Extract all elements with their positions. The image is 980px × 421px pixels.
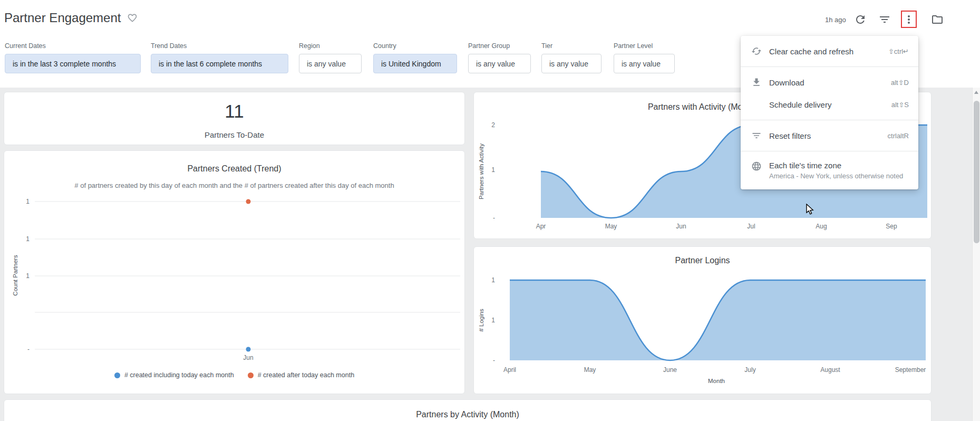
menu-item-label: Clear cache and refresh [769,47,853,56]
tile-partner-logins: Partner Logins 1 1 - # Logins April May … [473,246,932,394]
x-tick: June [663,366,677,374]
gridlines [35,202,460,349]
x-tick: July [744,366,755,374]
filters-toggle-icon[interactable] [878,13,891,26]
y-tick: 2 [491,121,495,129]
menu-divider [741,151,918,151]
y-tick: 1 [491,166,495,174]
partners-created-trend-chart: 1 1 1 - Count Partners Jun [4,151,464,394]
filter-country: Country is United Kingdom [373,42,457,73]
legend-swatch [114,372,120,378]
menu-item-label: Each tile's time zone [769,161,903,170]
data-point-created-including[interactable] [246,347,251,352]
legend-item-created-after[interactable]: # created after today each month [248,371,354,379]
x-tick: Sep [886,223,897,230]
tile-options-menu: Clear cache and refresh ⇧ctrl↵ Download … [741,36,918,189]
dashboard-header: Partner Engagement [4,11,138,25]
x-tick: Jun [243,354,253,361]
menu-item-shortcut: ⇧ctrl↵ [888,47,909,55]
x-tick: April [503,366,516,374]
filter-trend-dates: Trend Dates is in the last 6 complete mo… [151,42,288,73]
globe-icon [751,161,762,171]
x-tick: September [895,366,926,374]
menu-item-label: Schedule delivery [769,100,831,109]
sync-icon [751,46,762,56]
area-fill [510,280,926,360]
filter-chip-partner-group[interactable]: is any value [468,54,531,73]
partner-logins-chart: 1 1 - # Logins April May June July Augus… [474,247,931,394]
menu-item-download[interactable]: Download alt⇧D [741,71,918,93]
kpi-label: Partners To-Date [4,130,464,139]
menu-item-shortcut: ctrlaltR [888,132,909,140]
menu-item-shortcut: alt⇧S [891,101,909,109]
menu-item-shortcut: alt⇧D [891,79,909,87]
y-tick: 1 [491,276,495,284]
x-tick: May [605,223,617,230]
x-tick: Jun [676,223,686,230]
filter-chip-country[interactable]: is United Kingdom [373,54,457,73]
data-point-created-after[interactable] [246,199,251,204]
tile-partners-to-date: 11 Partners To-Date [4,92,465,145]
menu-item-label: Reset filters [769,131,811,140]
menu-item-timezone[interactable]: Each tile's time zone America - New York… [741,156,918,185]
y-tick: - [27,346,30,353]
filter-label: Partner Level [614,42,675,50]
filter-tier: Tier is any value [541,42,601,73]
filter-chip-current-dates[interactable]: is in the last 3 complete months [5,54,141,73]
legend-label: # created after today each month [258,371,354,379]
icon-placeholder [751,99,762,110]
filter-region: Region is any value [299,42,362,73]
x-tick: Apr [536,223,546,230]
page-title: Partner Engagement [4,11,121,25]
y-tick: - [493,214,495,222]
y-tick: 1 [26,235,30,243]
filter-chip-tier[interactable]: is any value [541,54,601,73]
favorite-heart-icon[interactable] [127,13,138,23]
x-axis-title: Month [708,378,725,384]
y-axis-title: Count Partners [12,255,18,296]
menu-item-schedule-delivery[interactable]: Schedule delivery alt⇧S [741,93,918,116]
menu-item-label: Download [769,78,804,87]
vertical-scrollbar [972,88,980,421]
y-tick: 1 [26,198,30,205]
filter-chip-partner-level[interactable]: is any value [614,54,675,73]
legend-item-created-including[interactable]: # created including today each month [114,371,234,379]
y-axis-title: Partners with Activity [478,143,484,199]
scrollbar-thumb[interactable] [974,101,979,243]
tile-partners-by-activity: Partners by Activity (Month) [4,399,932,421]
tile-partners-created-trend: Partners Created (Trend) # of partners c… [4,150,465,394]
filter-label: Tier [541,42,601,50]
x-tick: Jul [747,223,755,230]
filter-label: Trend Dates [151,42,288,50]
filter-label: Region [299,42,362,50]
filter-partner-level: Partner Level is any value [614,42,675,73]
menu-item-clear-cache[interactable]: Clear cache and refresh ⇧ctrl↵ [741,40,918,62]
x-tick: May [584,366,596,374]
refresh-icon[interactable] [854,13,867,26]
filter-current-dates: Current Dates is in the last 3 complete … [5,42,141,73]
chart-title: Partners by Activity (Month) [4,409,931,420]
scrollbar-up-arrow[interactable] [974,91,978,94]
folder-icon[interactable] [931,13,944,26]
y-tick: 1 [491,317,495,324]
y-axis-title: # Logins [478,309,484,332]
x-tick: Aug [816,223,827,230]
y-tick: - [493,357,495,364]
legend-swatch [248,372,254,378]
filter-chip-region[interactable]: is any value [299,54,362,73]
filter-partner-group: Partner Group is any value [468,42,531,73]
dashboard-page: Partner Engagement 1h ago Current Dates … [0,0,980,421]
menu-divider [741,120,918,120]
filter-chip-trend-dates[interactable]: is in the last 6 complete months [151,54,288,73]
filter-label: Country [373,42,457,50]
legend-label: # created including today each month [124,371,234,379]
more-options-kebab-icon[interactable] [903,13,915,26]
y-tick: 1 [26,272,30,280]
filter-label: Current Dates [5,42,141,50]
menu-item-reset-filters[interactable]: Reset filters ctrlaltR [741,125,918,147]
chart-legend: # created including today each month # c… [4,371,464,379]
download-icon [751,77,762,88]
x-tick: August [820,366,840,374]
filter-icon [751,130,762,141]
last-refresh-timestamp: 1h ago [825,16,846,24]
